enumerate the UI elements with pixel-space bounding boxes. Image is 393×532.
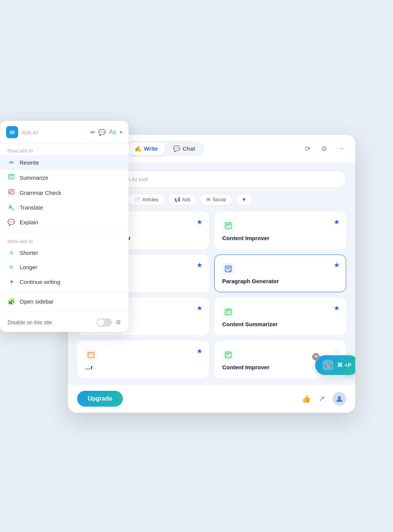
- articles-icon: 📄: [134, 197, 140, 202]
- rewrite-menu-icon: ✏: [8, 159, 15, 166]
- menu-item-continue-writing[interactable]: ✦ Continue writing: [0, 274, 128, 289]
- menu-item-longer[interactable]: ≡ Longer: [0, 260, 128, 274]
- tool-name-improver: Content Improver: [222, 235, 338, 241]
- ask-ai-tools: ✏ 💬 Ax: [90, 129, 116, 136]
- ask-ai-placeholder[interactable]: Ask AI: [22, 129, 87, 136]
- svg-rect-42: [9, 177, 12, 178]
- tool-name-paragraph-generator: Paragraph Generator: [222, 278, 338, 284]
- svg-rect-31: [226, 355, 229, 355]
- svg-rect-25: [226, 311, 229, 312]
- grammar-menu-icon: [8, 189, 15, 196]
- summarize-menu-icon: [8, 174, 15, 181]
- divider-2: [0, 291, 128, 292]
- context-menu: Ask AI ✏ 💬 Ax ▾ Read with AI ✏ Rewrite S…: [0, 121, 128, 332]
- svg-rect-30: [226, 353, 231, 354]
- open-sidebar-label: Open sidebar: [20, 298, 54, 305]
- rewrite-label: Rewrite: [20, 159, 39, 166]
- svg-rect-40: [9, 175, 13, 176]
- chat-float-icon: 🤖: [323, 360, 333, 370]
- upgrade-button[interactable]: Upgrade: [77, 391, 123, 407]
- social-icon: ✉: [206, 197, 210, 202]
- tool-card-content-improver[interactable]: ★ Content Improver: [214, 211, 346, 249]
- filter-social[interactable]: ✉ Social: [200, 194, 232, 205]
- thumbs-up-icon[interactable]: 👍: [302, 394, 311, 403]
- chat-float-button[interactable]: ✕ 🤖 ⌘ +P: [315, 355, 355, 375]
- translate-menu-icon: Ax: [8, 204, 15, 211]
- menu-item-shorter[interactable]: ≡ Shorter: [0, 246, 128, 260]
- svg-rect-18: [226, 270, 229, 271]
- chat-float-close[interactable]: ✕: [312, 353, 320, 361]
- tab-chat[interactable]: 💬 Chat: [166, 142, 203, 155]
- chat-tool-icon[interactable]: 💬: [98, 129, 106, 136]
- explain-menu-icon: 💬: [8, 219, 15, 226]
- write-section-label: Write with AI: [0, 234, 128, 246]
- star-content-improver2[interactable]: ☆: [334, 347, 340, 355]
- open-sidebar-menu-icon: 🧩: [8, 298, 15, 305]
- ask-ai-robot-icon: [6, 126, 18, 138]
- svg-point-33: [338, 396, 341, 399]
- improver-icon: [222, 220, 234, 232]
- share-icon[interactable]: ↗: [319, 394, 325, 403]
- chat-float-shortcut: ⌘ +P: [337, 362, 351, 369]
- nav-tabs: ✍ Write 💬 Chat: [125, 141, 204, 157]
- other-partial-icon: [85, 349, 97, 361]
- chat-icon-nav: 💬: [173, 145, 180, 152]
- ask-ai-bar: Ask AI ✏ 💬 Ax ▾: [0, 121, 128, 144]
- star-generator-partial[interactable]: ★: [196, 304, 203, 312]
- menu-item-grammar-check[interactable]: Grammar Check: [0, 185, 128, 200]
- star-other-partial[interactable]: ★: [196, 347, 203, 355]
- tool-name-content-summarizer: Content Summarizer: [222, 321, 338, 327]
- svg-rect-17: [226, 268, 231, 269]
- user-avatar[interactable]: [333, 392, 346, 406]
- star-paragraph-gen[interactable]: ★: [334, 261, 340, 269]
- filter-more[interactable]: ▼: [235, 194, 253, 205]
- filter-ads[interactable]: 📢 Ads: [168, 194, 197, 205]
- disable-label: Disable on this site: [8, 319, 52, 325]
- star-content-improver[interactable]: ★: [334, 218, 340, 226]
- menu-item-rewrite[interactable]: ✏ Rewrite: [0, 155, 128, 170]
- filter-articles[interactable]: 📄 Articles: [128, 194, 165, 205]
- divider-1: [0, 232, 128, 232]
- ask-ai-chevron-icon[interactable]: ▾: [120, 129, 122, 135]
- footer-gear-icon[interactable]: ⚙: [116, 319, 121, 326]
- tool-card-other-partial[interactable]: ★ …r: [77, 341, 209, 378]
- star-content-rewriter[interactable]: ★: [196, 218, 203, 226]
- tool-card-content-summarizer[interactable]: ★ Content Summarizer: [214, 298, 346, 335]
- grammar-check-label: Grammar Check: [20, 190, 61, 196]
- translate-label: Translate: [20, 204, 43, 211]
- svg-text:B: B: [229, 270, 231, 272]
- tool-card-paragraph-generator[interactable]: ★ B Paragraph Generator: [214, 254, 346, 292]
- explain-label: Explain: [20, 219, 38, 225]
- svg-rect-27: [88, 352, 94, 358]
- tab-write[interactable]: ✍ Write: [127, 142, 166, 155]
- svg-rect-32: [226, 356, 230, 357]
- menu-footer: Disable on this site ⚙: [0, 314, 128, 332]
- menu-item-summarize[interactable]: Summarize: [0, 170, 128, 185]
- menu-item-open-sidebar[interactable]: 🧩 Open sidebar: [0, 294, 128, 309]
- exit-icon[interactable]: →: [336, 143, 346, 154]
- history-icon[interactable]: ⟳: [302, 143, 313, 154]
- svg-rect-11: [226, 227, 230, 228]
- divider-3: [0, 311, 128, 311]
- summarize-label: Summarize: [20, 174, 48, 181]
- menu-item-translate[interactable]: Ax Translate: [0, 200, 128, 215]
- content-sum-icon: [222, 306, 234, 318]
- settings-icon[interactable]: ⚙: [319, 143, 330, 154]
- star-summarizer[interactable]: ★: [196, 261, 203, 269]
- tool-name-other-partial: …r: [85, 364, 201, 370]
- star-content-summarizer[interactable]: ★: [334, 304, 340, 312]
- more-icon: ▼: [242, 197, 247, 202]
- pencil-tool-icon[interactable]: ✏: [90, 129, 95, 136]
- menu-item-explain[interactable]: 💬 Explain: [0, 215, 128, 230]
- svg-rect-41: [9, 176, 12, 177]
- continue-writing-menu-icon: ✦: [8, 278, 15, 285]
- svg-rect-16: [226, 267, 231, 268]
- translate-tool-icon[interactable]: Ax: [109, 129, 116, 136]
- svg-rect-44: [9, 191, 13, 191]
- longer-menu-icon: ≡: [8, 264, 15, 271]
- svg-rect-10: [226, 225, 229, 226]
- disable-toggle[interactable]: [97, 318, 112, 327]
- svg-rect-24: [226, 310, 231, 311]
- svg-rect-28: [89, 353, 93, 354]
- bottom-actions: 👍 ↗: [302, 392, 346, 406]
